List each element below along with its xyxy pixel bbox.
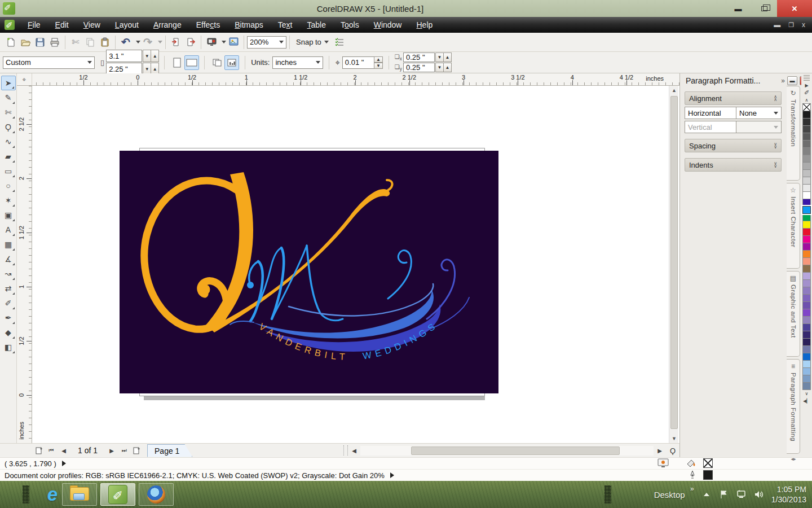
color-swatch-1B1B1B[interactable] (802, 111, 811, 119)
menu-tools[interactable]: Tools (333, 17, 367, 33)
color-swatch-EC008C[interactable] (802, 235, 811, 243)
color-swatch-8FB9E4[interactable] (802, 367, 811, 375)
color-swatch-0F9BF2[interactable] (802, 206, 811, 214)
portrait-button[interactable] (170, 55, 184, 70)
color-swatch-F7EF00[interactable] (802, 221, 811, 229)
width-down-button[interactable]: ▼ (143, 50, 151, 62)
add-page-start-button[interactable] (33, 445, 45, 457)
color-swatch-2B2059[interactable] (802, 338, 811, 346)
taskbar-app-file-explorer[interactable] (62, 483, 97, 506)
horizontal-ruler[interactable]: inches 1/201/211 1/222 1/233 1/244 1/2 (32, 73, 679, 86)
paste-button[interactable] (98, 35, 112, 50)
taskbar-app-firefox[interactable] (139, 483, 174, 506)
docker-tab-transformation[interactable]: ↻Transformation (787, 86, 800, 181)
undo-button[interactable]: ↶ (118, 35, 133, 50)
color-swatch-8F7BC0[interactable] (802, 287, 811, 295)
palette-eyedropper-icon[interactable]: ✐ (804, 89, 809, 97)
polygon-tool[interactable]: ✶ (1, 193, 16, 208)
color-swatch-ABABAB[interactable] (802, 162, 811, 170)
color-swatch-FFFFFF[interactable] (802, 191, 811, 199)
application-launcher-dropdown[interactable] (222, 41, 226, 43)
next-page-button[interactable]: ▶ (105, 445, 118, 457)
color-swatch-00A651[interactable] (802, 213, 811, 221)
vertical-ruler[interactable]: inches 2 1/221 1/211/20 (17, 86, 32, 443)
pick-tool[interactable]: ➤ (1, 76, 16, 90)
landscape-button[interactable] (184, 55, 199, 70)
new-document-button[interactable] (3, 35, 18, 50)
color-eyedropper-tool[interactable]: ✐ (1, 296, 16, 310)
spacing-section-header[interactable]: Spacing ∨∨ (685, 139, 782, 152)
navigator-zoom-button[interactable]: Ϙ (666, 445, 679, 457)
rectangle-tool[interactable]: ▭ (1, 164, 16, 178)
color-swatch-595959[interactable] (802, 133, 811, 141)
color-swatch-D4D4D4[interactable] (802, 177, 811, 185)
horizontal-scroll-thumb[interactable] (411, 446, 620, 455)
scroll-down-button[interactable]: ▼ (669, 434, 679, 443)
close-button[interactable]: ✕ (777, 0, 812, 17)
copy-button[interactable] (83, 35, 98, 50)
menu-file[interactable]: File (20, 17, 48, 33)
color-swatch-E8112D[interactable] (802, 228, 811, 236)
docker-tab-graphic-and-text[interactable]: ▤Graphic and Text (787, 271, 800, 357)
menu-effects[interactable]: Effects (189, 17, 228, 33)
color-swatch-8045C8[interactable] (802, 309, 811, 317)
dimension-tool[interactable]: ∡ (1, 252, 16, 266)
outline-pen-tool[interactable]: ✒ (1, 310, 16, 325)
add-page-end-button[interactable] (130, 445, 143, 457)
snap-to-dropdown[interactable]: Snap to (293, 38, 332, 46)
current-page-button[interactable] (224, 55, 239, 70)
restore-button[interactable] (751, 0, 777, 17)
desktop-toolbar[interactable]: Desktop » (654, 490, 694, 500)
duplicate-y-field[interactable]: 0.25 " (403, 63, 435, 72)
minimize-button[interactable]: ▬ (725, 0, 751, 17)
color-swatch-none[interactable] (802, 103, 811, 111)
color-swatch-A9D3F5[interactable] (802, 360, 811, 368)
color-swatch-C0C0C0[interactable] (802, 169, 811, 177)
color-swatch-4C4096[interactable] (802, 323, 811, 331)
first-page-button[interactable]: ⏮ (45, 445, 58, 457)
color-swatch-F58220[interactable] (802, 250, 811, 258)
menu-layout[interactable]: Layout (108, 17, 146, 33)
color-swatch-6E51AE[interactable] (802, 301, 811, 309)
horizontal-scrollbar[interactable]: ◀ ▶ Ϙ (348, 444, 679, 458)
action-center-flag-icon[interactable] (719, 489, 729, 500)
drawing-canvas[interactable]: VANDERBILT WEDDINGS (32, 86, 669, 443)
color-swatch-3A16A8[interactable] (802, 199, 811, 207)
basic-shapes-tool[interactable]: ▣ (1, 208, 16, 222)
zoom-tool[interactable]: Ϙ (1, 120, 16, 134)
menu-text[interactable]: Text (271, 17, 300, 33)
text-tool[interactable]: A (1, 222, 16, 237)
color-swatch-0A66CC[interactable] (802, 353, 811, 361)
page-width-field[interactable]: 3.1 " (106, 50, 142, 62)
print-button[interactable] (47, 35, 62, 50)
application-launcher-button[interactable] (204, 35, 219, 50)
desktop-chevron-icon[interactable]: » (690, 485, 694, 493)
color-swatch-B7A6DC[interactable] (802, 272, 811, 280)
horizontal-alignment-combo[interactable]: None (736, 107, 782, 119)
color-swatch-6E6E6E[interactable] (802, 140, 811, 148)
mdi-minimize-button[interactable]: ▬ (774, 21, 780, 29)
docker-collapse-button[interactable]: ◂▸ (787, 456, 800, 462)
ellipse-tool[interactable]: ○ (1, 178, 16, 193)
color-swatch-A390CC[interactable] (802, 279, 811, 287)
network-icon[interactable] (736, 489, 747, 500)
color-swatch-A00F9E[interactable] (802, 243, 811, 251)
units-combo[interactable]: inches (272, 56, 323, 69)
undo-dropdown[interactable] (136, 41, 140, 43)
vertical-alignment-combo[interactable] (736, 121, 782, 133)
nudge-down-button[interactable]: ▼ (374, 63, 383, 69)
desktop-toolbar-grip[interactable] (604, 485, 611, 503)
palette-grip[interactable] (804, 75, 810, 81)
crop-tool[interactable]: ✄ (1, 105, 16, 120)
dupx-down-button[interactable]: ▼ (435, 52, 444, 62)
color-swatch-8A6E4B[interactable] (802, 265, 811, 273)
taskbar-grip[interactable] (23, 485, 29, 503)
nudge-offset-field[interactable]: 0.01 " (342, 56, 375, 69)
save-button[interactable] (33, 35, 47, 50)
cut-button[interactable]: ✄ (68, 35, 83, 50)
palette-flyout-button[interactable]: ▶ (805, 82, 808, 89)
redo-button[interactable]: ↷ (140, 35, 155, 50)
palette-expand-button[interactable]: ◀▏ (803, 397, 810, 405)
smart-fill-tool[interactable]: ▰ (1, 149, 16, 164)
scroll-up-button[interactable]: ▲ (669, 86, 679, 95)
